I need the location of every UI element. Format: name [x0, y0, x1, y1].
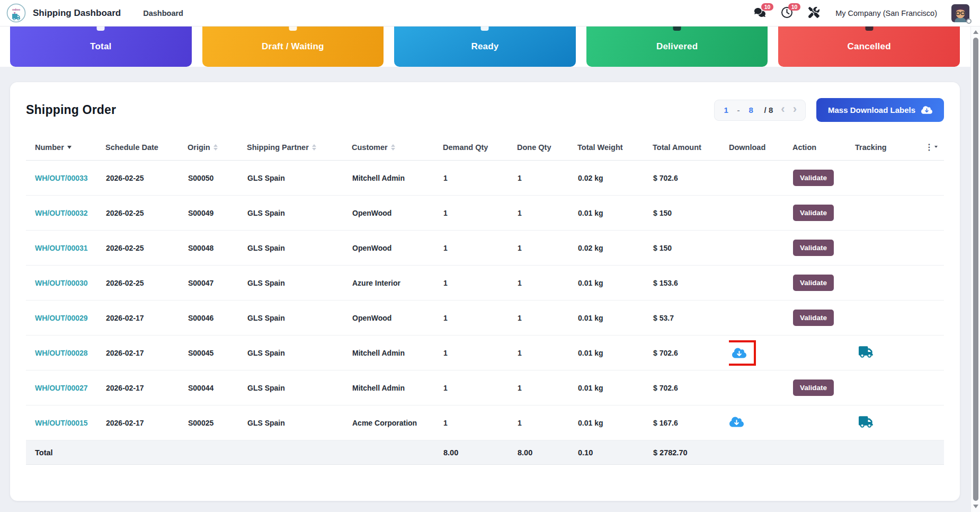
col-header-origin[interactable]: Origin — [188, 135, 247, 161]
table-row[interactable]: WH/OUT/00032 2026-02-25 S00049 GLS Spain… — [26, 196, 944, 231]
validate-button[interactable]: Validate — [793, 240, 834, 256]
column-options-icon[interactable]: ⋮ — [925, 143, 938, 152]
pager-prev-icon[interactable]: ‹ — [781, 103, 785, 115]
scrollbar-down-icon[interactable] — [973, 505, 978, 508]
kpi-card-delivered[interactable]: Delivered — [586, 27, 768, 67]
col-header-number[interactable]: Number — [26, 135, 105, 161]
messages-button[interactable]: 10 — [754, 7, 767, 20]
cell-schedule-date: 2026-02-25 — [105, 266, 188, 301]
cell-done-qty: 1 — [517, 231, 577, 266]
panel-title: Shipping Order — [26, 103, 116, 117]
cell-download — [729, 196, 792, 231]
col-header-action: Action — [792, 135, 855, 161]
top-navbar: odoo Shipping Dashboard Dashboard 10 10 … — [0, 0, 980, 27]
company-switcher[interactable]: My Company (San Francisco) — [835, 9, 937, 17]
cell-download — [729, 266, 792, 301]
shipping-order-panel: Shipping Order 1 - 8 / 8 ‹ › Mass Downlo… — [10, 82, 960, 501]
cell-shipping-partner: GLS Spain — [247, 370, 352, 405]
order-number-link[interactable]: WH/OUT/00032 — [35, 209, 88, 217]
user-avatar[interactable] — [951, 4, 969, 22]
validate-button[interactable]: Validate — [793, 379, 834, 396]
app-logo-icon[interactable]: odoo — [6, 3, 26, 23]
kpi-card-ready[interactable]: Ready — [394, 27, 576, 67]
cell-shipping-partner: GLS Spain — [247, 301, 352, 336]
cell-done-qty: 1 — [517, 336, 577, 370]
table-row[interactable]: WH/OUT/00030 2026-02-25 S00047 GLS Spain… — [26, 266, 944, 301]
cell-demand-qty: 1 — [443, 266, 517, 301]
tools-button[interactable] — [808, 7, 821, 20]
col-header-shipping-partner[interactable]: Shipping Partner — [247, 135, 352, 161]
pager-start[interactable]: 1 — [723, 105, 729, 114]
validate-button[interactable]: Validate — [793, 205, 834, 221]
order-number-link[interactable]: WH/OUT/00029 — [35, 314, 88, 322]
cell-total-weight: 0.02 kg — [577, 161, 653, 196]
pager-next-icon[interactable]: › — [793, 103, 797, 115]
col-header-options: ⋮ — [916, 135, 944, 161]
download-label-button[interactable] — [729, 416, 744, 428]
kpi-total-label: Total — [90, 41, 111, 52]
cloud-download-icon — [729, 416, 744, 428]
activities-button[interactable]: 10 — [781, 7, 794, 20]
sort-icon — [391, 144, 395, 151]
kpi-card-draft-waiting[interactable]: Draft / Waiting — [202, 27, 384, 67]
total-done-qty: 8.00 — [517, 440, 577, 465]
col-header-demand-qty: Demand Qty — [443, 135, 517, 161]
cell-total-weight: 0.01 kg — [577, 405, 653, 440]
col-header-schedule-date[interactable]: Schedule Date — [105, 135, 188, 161]
cell-download — [729, 161, 792, 196]
tracking-truck-icon[interactable] — [859, 346, 873, 358]
cell-schedule-date: 2026-02-17 — [105, 370, 188, 405]
order-number-link[interactable]: WH/OUT/00015 — [35, 419, 88, 427]
col-header-customer[interactable]: Customer — [352, 135, 443, 161]
cell-total-amount: $ 167.6 — [653, 405, 729, 440]
table-row[interactable]: WH/OUT/00015 2026-02-17 S00025 GLS Spain… — [26, 405, 944, 440]
cell-action: Validate — [792, 231, 855, 266]
page-scrollbar[interactable] — [970, 27, 980, 512]
table-row[interactable]: WH/OUT/00033 2026-02-25 S00050 GLS Spain… — [26, 161, 944, 196]
cell-shipping-partner: GLS Spain — [247, 161, 352, 196]
scrollbar-thumb[interactable] — [973, 38, 978, 501]
cell-total-weight: 0.01 kg — [577, 266, 653, 301]
cell-total-weight: 0.01 kg — [577, 336, 653, 370]
kpi-cancelled-icon — [865, 27, 873, 31]
cell-schedule-date: 2026-02-25 — [105, 196, 188, 231]
table-row[interactable]: WH/OUT/00028 2026-02-17 S00045 GLS Spain… — [26, 336, 944, 370]
kpi-card-total[interactable]: Total — [10, 27, 192, 67]
cell-download — [729, 336, 792, 370]
pager-total: / 8 — [764, 105, 773, 114]
validate-button[interactable]: Validate — [793, 310, 834, 326]
order-number-link[interactable]: WH/OUT/00030 — [35, 279, 88, 287]
kpi-cancelled-label: Cancelled — [848, 41, 891, 52]
table-row[interactable]: WH/OUT/00027 2026-02-17 S00044 GLS Spain… — [26, 370, 944, 405]
kpi-card-cancelled[interactable]: Cancelled — [778, 27, 960, 67]
cell-tracking — [855, 196, 916, 231]
pager-end[interactable]: 8 — [748, 105, 754, 114]
download-label-button[interactable] — [732, 347, 746, 359]
cell-origin: S00046 — [188, 301, 247, 336]
validate-button[interactable]: Validate — [793, 275, 834, 291]
highlight-rectangle — [729, 340, 756, 366]
cell-origin: S00048 — [188, 231, 247, 266]
cell-shipping-partner: GLS Spain — [247, 405, 352, 440]
cell-origin: S00025 — [188, 405, 247, 440]
order-number-link[interactable]: WH/OUT/00031 — [35, 244, 88, 252]
order-number-link[interactable]: WH/OUT/00033 — [35, 174, 88, 182]
validate-button[interactable]: Validate — [793, 170, 834, 186]
table-row[interactable]: WH/OUT/00029 2026-02-17 S00046 GLS Spain… — [26, 301, 944, 336]
cell-customer: OpenWood — [352, 231, 443, 266]
cell-schedule-date: 2026-02-17 — [105, 301, 188, 336]
cell-demand-qty: 1 — [443, 336, 517, 370]
shipping-order-table: Number Schedule Date Origin Shipping Par… — [26, 135, 944, 465]
order-number-link[interactable]: WH/OUT/00028 — [35, 349, 88, 357]
cell-demand-qty: 1 — [443, 370, 517, 405]
kpi-ready-label: Ready — [471, 41, 498, 52]
cell-tracking — [855, 336, 916, 370]
cell-origin: S00049 — [188, 196, 247, 231]
kpi-draft-label: Draft / Waiting — [262, 41, 324, 52]
scrollbar-up-icon[interactable] — [973, 30, 978, 34]
menu-dashboard[interactable]: Dashboard — [143, 9, 183, 17]
table-row[interactable]: WH/OUT/00031 2026-02-25 S00048 GLS Spain… — [26, 231, 944, 266]
mass-download-labels-button[interactable]: Mass Download Labels — [816, 98, 944, 122]
order-number-link[interactable]: WH/OUT/00027 — [35, 384, 88, 392]
tracking-truck-icon[interactable] — [859, 416, 873, 428]
